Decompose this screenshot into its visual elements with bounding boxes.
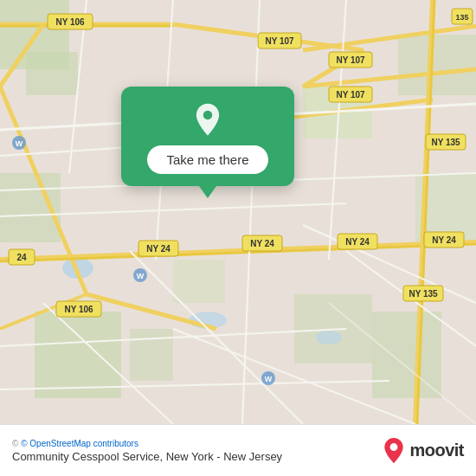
location-title: Community Cesspool Service, New York - N…	[12, 450, 282, 463]
svg-text:NY 107: NY 107	[336, 90, 365, 100]
svg-text:NY 106: NY 106	[55, 17, 85, 27]
svg-text:NY 135: NY 135	[408, 289, 438, 299]
moovit-logo: moovit	[382, 437, 464, 465]
map-background: NY 106 NY 106 NY 107 NY 107 NY 107 NY 24…	[0, 0, 476, 424]
svg-rect-5	[130, 329, 173, 381]
svg-point-79	[390, 443, 398, 451]
svg-text:NY 107: NY 107	[265, 36, 294, 46]
svg-text:24: 24	[16, 253, 27, 262]
svg-point-14	[316, 331, 342, 344]
svg-text:NY 107: NY 107	[336, 55, 365, 65]
footer-left: © © OpenStreetMap contributors Community…	[12, 439, 282, 463]
svg-point-78	[203, 111, 213, 120]
svg-rect-10	[173, 260, 225, 303]
location-pin-icon	[190, 102, 226, 138]
location-tooltip: Take me there	[121, 87, 294, 186]
svg-text:NY 24: NY 24	[432, 235, 456, 245]
svg-rect-7	[398, 35, 476, 95]
svg-text:W: W	[265, 375, 273, 383]
svg-text:NY 135: NY 135	[431, 138, 460, 147]
moovit-pin-icon	[382, 437, 406, 465]
svg-text:NY 24: NY 24	[146, 244, 170, 254]
svg-text:W: W	[137, 272, 145, 280]
svg-rect-4	[35, 312, 121, 398]
moovit-brand-text: moovit	[409, 441, 464, 460]
footer: © © OpenStreetMap contributors Community…	[0, 424, 476, 476]
map-container: NY 106 NY 106 NY 107 NY 107 NY 107 NY 24…	[0, 0, 476, 424]
svg-text:W: W	[16, 139, 23, 148]
svg-text:135: 135	[455, 13, 468, 22]
svg-rect-2	[26, 52, 78, 95]
take-me-there-button[interactable]: Take me there	[147, 145, 267, 174]
svg-text:NY 106: NY 106	[64, 305, 93, 314]
osm-credit: © © OpenStreetMap contributors	[12, 439, 282, 448]
svg-text:NY 24: NY 24	[345, 237, 370, 247]
svg-rect-11	[372, 312, 441, 398]
svg-text:NY 24: NY 24	[250, 239, 274, 248]
